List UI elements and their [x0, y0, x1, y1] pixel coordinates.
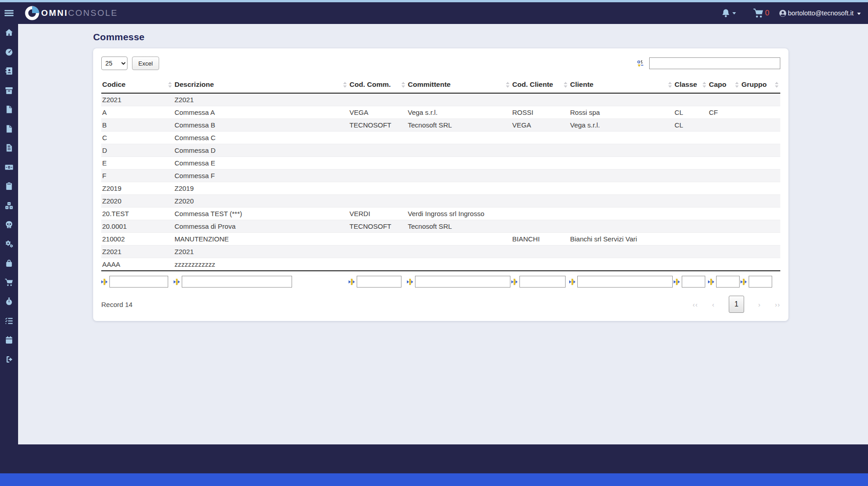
sidebar-shopping-bag-icon[interactable] — [5, 259, 14, 268]
pagination-page-1[interactable]: 1 — [729, 296, 744, 313]
sidebar-calendar-icon[interactable] — [5, 335, 14, 344]
table-row: 20.0001Commessa di ProvaTECNOSOFTTecnoso… — [101, 220, 780, 233]
table-cell — [407, 170, 511, 182]
filter-input-gruppo[interactable] — [749, 276, 772, 288]
filter-input-committente[interactable] — [415, 276, 510, 288]
sidebar-home-icon[interactable] — [5, 28, 14, 37]
table-cell: Verdi Ingross srl Ingrosso — [407, 208, 511, 220]
sidebar-dashboard-gauge-icon[interactable] — [5, 47, 14, 57]
table-cell: Vega s.r.l. — [569, 119, 674, 132]
table-cell — [674, 182, 708, 195]
column-label: Cod. Comm. — [349, 80, 391, 89]
column-header-committente[interactable]: Committente — [407, 77, 511, 93]
column-header-codice[interactable]: Codice — [101, 77, 174, 93]
filter-input-cod-cliente[interactable] — [519, 276, 566, 288]
excel-export-button[interactable]: Excel — [132, 57, 159, 70]
filter-icon — [511, 278, 518, 285]
table-cell — [708, 144, 741, 157]
pagination-next[interactable]: › — [758, 301, 761, 308]
sidebar-file-invoice-icon[interactable] — [5, 143, 14, 152]
hamburger-menu-icon[interactable] — [0, 8, 18, 19]
sidebar-gears-icon[interactable] — [5, 240, 14, 249]
sidebar-skull-icon[interactable] — [5, 220, 14, 229]
filter-input-cliente[interactable] — [577, 276, 673, 288]
filter-cell — [101, 271, 174, 289]
table-cell — [674, 157, 708, 170]
table-cell — [511, 144, 569, 157]
sidebar-shopping-cart-icon[interactable] — [4, 278, 14, 287]
global-search-input[interactable] — [649, 57, 780, 69]
column-header-classe[interactable]: Classe — [674, 77, 708, 93]
table-cell — [674, 93, 708, 106]
filter-icon — [349, 278, 355, 285]
table-cell — [569, 132, 674, 144]
commesse-table: CodiceDescrizioneCod. Comm.CommittenteCo… — [101, 77, 780, 289]
table-row: ACommessa AVEGAVega s.r.l.ROSSIRossi spa… — [101, 106, 780, 119]
pagination-last[interactable]: ›› — [775, 301, 780, 308]
table-row: AAAAzzzzzzzzzzzz — [101, 258, 780, 271]
column-header-capo[interactable]: Capo — [708, 77, 741, 93]
table-cell — [569, 245, 674, 258]
table-cell: Commessa di Prova — [174, 220, 349, 233]
table-cell: Z2020 — [101, 195, 174, 208]
sidebar-address-book-icon[interactable] — [5, 66, 14, 75]
table-cell — [349, 170, 407, 182]
column-label: Cod. Cliente — [512, 80, 553, 89]
table-cell: Bianchi srl Servizi Vari — [569, 233, 674, 245]
table-cell — [511, 170, 569, 182]
sidebar-money-bill-icon[interactable] — [4, 163, 14, 172]
filter-input-classe[interactable] — [682, 276, 705, 288]
global-search — [637, 57, 780, 69]
filter-input-codice[interactable] — [109, 276, 168, 288]
notifications-button[interactable] — [721, 8, 736, 19]
table-cell — [741, 233, 780, 245]
table-cell — [569, 157, 674, 170]
table-cell — [407, 93, 511, 106]
sidebar-stopwatch-icon[interactable] — [5, 297, 14, 306]
sidebar-clipboard-icon[interactable] — [5, 182, 14, 191]
column-header-gruppo[interactable]: Gruppo — [741, 77, 780, 93]
table-cell: BIANCHI — [511, 233, 569, 245]
cart-button[interactable]: 0 — [752, 8, 769, 19]
table-cell — [741, 157, 780, 170]
table-cell — [349, 258, 407, 271]
table-cell — [569, 93, 674, 106]
sort-icon — [343, 82, 347, 88]
filter-icon — [174, 278, 180, 285]
filter-input-descrizione[interactable] — [182, 276, 292, 288]
filter-row — [101, 271, 780, 289]
filter-input-cod-comm[interactable] — [357, 276, 401, 288]
sidebar-logout-icon[interactable] — [5, 355, 14, 364]
sort-icon — [564, 82, 567, 88]
table-cell — [674, 208, 708, 220]
table-cell — [569, 170, 674, 182]
page-size-select[interactable]: 25 — [101, 57, 127, 70]
table-row: Z2021Z2021 — [101, 245, 780, 258]
sidebar-archive-box-icon[interactable] — [5, 86, 14, 95]
filter-icon — [569, 278, 576, 285]
user-menu[interactable]: bortolotto@tecnosoft.it — [778, 9, 861, 18]
filter-input-capo[interactable] — [716, 276, 740, 288]
table-cell — [708, 233, 741, 245]
column-label: Codice — [102, 80, 126, 89]
pagination-first[interactable]: ‹‹ — [693, 301, 698, 308]
table-cell: Z2021 — [174, 245, 349, 258]
user-email: bortolotto@tecnosoft.it — [788, 9, 854, 17]
column-header-cod-cliente[interactable]: Cod. Cliente — [511, 77, 569, 93]
sidebar-file-icon[interactable] — [5, 105, 14, 114]
table-cell — [407, 182, 511, 195]
table-cell — [741, 208, 780, 220]
table-cell: Z2021 — [174, 93, 349, 106]
table-cell — [741, 195, 780, 208]
sidebar-dice-icon[interactable] — [5, 201, 14, 210]
table-cell — [349, 157, 407, 170]
pagination-prev[interactable]: ‹ — [712, 301, 715, 308]
table-cell: MANUTENZIONE — [174, 233, 349, 245]
sort-icon — [735, 82, 739, 88]
table-cell — [407, 132, 511, 144]
column-header-descrizione[interactable]: Descrizione — [174, 77, 349, 93]
column-header-cod-comm[interactable]: Cod. Comm. — [349, 77, 407, 93]
column-header-cliente[interactable]: Cliente — [569, 77, 674, 93]
sidebar-file-icon[interactable] — [5, 124, 14, 133]
sidebar-task-list-icon[interactable] — [5, 316, 14, 326]
